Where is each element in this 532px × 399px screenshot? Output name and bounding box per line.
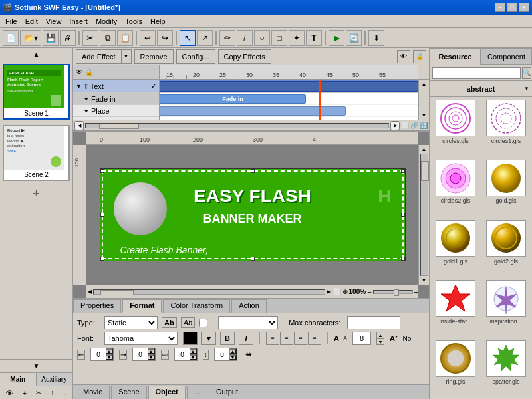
scene-1-item[interactable]: EASY FLASH Flash Flash Report Animated S… bbox=[3, 64, 70, 120]
transform-tool[interactable]: ✦ bbox=[289, 30, 305, 46]
tab-action[interactable]: Action bbox=[231, 299, 267, 313]
resource-spatter[interactable]: spatter.gls bbox=[483, 340, 529, 396]
menu-tools[interactable]: Tools bbox=[121, 16, 146, 27]
resource-gold2[interactable]: gold2.gls bbox=[483, 220, 529, 276]
scene-up-button[interactable]: ▼ bbox=[33, 362, 40, 370]
search-button[interactable]: 🔍 bbox=[522, 67, 531, 79]
auxiliary-tab[interactable]: Auxiliary bbox=[37, 373, 73, 386]
menu-modify[interactable]: Modify bbox=[92, 16, 121, 27]
zoom-slider-thumb[interactable] bbox=[394, 289, 399, 296]
eye-icon[interactable]: 👁 bbox=[397, 50, 410, 63]
tl-icon1[interactable]: ⬜ bbox=[401, 122, 409, 129]
tab-object[interactable]: Object bbox=[148, 386, 186, 399]
font-size-input[interactable] bbox=[352, 332, 371, 345]
indent-2-down[interactable]: ▼ bbox=[148, 354, 155, 360]
scene-toolbar-icon2[interactable]: + bbox=[23, 389, 27, 397]
hscroll-thumb[interactable] bbox=[100, 290, 134, 295]
resource-gold1[interactable]: gold1.gls bbox=[432, 220, 479, 276]
resource-circles2[interactable]: circles2.gls bbox=[432, 160, 479, 215]
menu-insert[interactable]: Insert bbox=[65, 16, 92, 27]
tl-scroll-right[interactable]: ▶ bbox=[390, 121, 400, 130]
tab-resource[interactable]: Resource bbox=[430, 48, 481, 65]
props-select2[interactable] bbox=[218, 316, 278, 329]
italic-btn[interactable]: I bbox=[239, 332, 253, 345]
bold-btn[interactable]: B bbox=[220, 332, 235, 345]
props-checkbox[interactable] bbox=[199, 319, 207, 327]
text-tool[interactable]: T bbox=[306, 30, 322, 46]
add-effect-dropdown[interactable]: ▼ bbox=[121, 49, 132, 64]
close-button[interactable]: × bbox=[519, 3, 529, 12]
tl-scroll-thumb[interactable] bbox=[99, 124, 139, 129]
handle-mr[interactable] bbox=[401, 213, 405, 217]
hscroll-left[interactable]: ◀ bbox=[88, 289, 92, 295]
canvas-content[interactable]: EASY FLASH BANNER MAKER Create Flash Ban… bbox=[86, 145, 418, 285]
font-size-down[interactable]: ▼ bbox=[376, 338, 384, 345]
menu-view[interactable]: View bbox=[42, 16, 66, 27]
resource-circles[interactable]: circles.gls bbox=[432, 100, 479, 156]
open-dropdown[interactable]: 📂▾ bbox=[20, 30, 41, 46]
resource-circles1[interactable]: circles1.gls bbox=[483, 100, 529, 156]
align-center[interactable]: ≡ bbox=[280, 332, 293, 345]
zoom-minus[interactable]: − bbox=[367, 288, 371, 296]
indent-2-up[interactable]: ▲ bbox=[148, 348, 155, 354]
tab-properties[interactable]: Properties bbox=[73, 299, 121, 313]
tab-component[interactable]: Component bbox=[481, 48, 532, 65]
font-size-up[interactable]: ▲ bbox=[376, 332, 384, 338]
timeline-check-icon[interactable]: ✓ bbox=[151, 82, 156, 90]
font-color-picker[interactable]: ▾ bbox=[201, 332, 216, 345]
scene-toolbar-icon1[interactable]: 👁 bbox=[6, 389, 13, 397]
timeline-scroll-down[interactable]: ▼ bbox=[422, 112, 427, 118]
menu-edit[interactable]: Edit bbox=[21, 16, 42, 27]
loop-button[interactable]: 🔄 bbox=[346, 30, 362, 46]
indent-4-up[interactable]: ▲ bbox=[229, 348, 237, 354]
scene-toolbar-icon3[interactable]: ✂ bbox=[36, 389, 41, 396]
zoom-plus[interactable]: + bbox=[414, 288, 418, 296]
remove-button[interactable]: Remove bbox=[134, 49, 174, 64]
copy-effects-button[interactable]: Copy Effects bbox=[218, 49, 271, 64]
search-input[interactable] bbox=[432, 67, 521, 79]
pencil-tool[interactable]: ✏ bbox=[219, 30, 235, 46]
export-button[interactable]: ⬇ bbox=[368, 30, 384, 46]
copy-button[interactable]: ⧉ bbox=[100, 30, 116, 46]
link-icon[interactable]: ⬌ bbox=[245, 350, 252, 359]
resource-ring[interactable]: ring.gls bbox=[432, 340, 479, 396]
timeline-lock-icon[interactable]: 🔒 bbox=[85, 68, 93, 76]
timeline-eye-icon[interactable]: 👁 bbox=[76, 68, 82, 76]
indent-3-up[interactable]: ▲ bbox=[190, 348, 197, 354]
config-button[interactable]: Config... bbox=[176, 49, 215, 64]
indent-icon2[interactable]: ⇥ bbox=[119, 350, 127, 360]
zoom-icon2[interactable]: ⊕ bbox=[342, 288, 348, 295]
indent-2-value[interactable] bbox=[133, 348, 148, 360]
tab-output[interactable]: Output bbox=[209, 386, 245, 399]
superscript-icon[interactable]: A² bbox=[390, 334, 398, 342]
save-button[interactable]: 💾 bbox=[43, 30, 59, 46]
tab-scene[interactable]: Scene bbox=[111, 386, 146, 399]
align-justify[interactable]: ≡ bbox=[308, 332, 321, 345]
handle-tc[interactable] bbox=[251, 169, 255, 173]
zoom-slider-track[interactable] bbox=[373, 290, 413, 294]
canvas-stage[interactable]: EASY FLASH BANNER MAKER Create Flash Ban… bbox=[100, 168, 406, 261]
vscroll-down[interactable]: ▼ bbox=[422, 277, 427, 283]
indent-1-up[interactable]: ▲ bbox=[106, 348, 113, 354]
menu-help[interactable]: Help bbox=[146, 16, 170, 27]
handle-ml[interactable] bbox=[100, 213, 104, 217]
tab-format[interactable]: Format bbox=[122, 299, 162, 313]
bold-ab-icon[interactable]: Ab bbox=[162, 317, 177, 328]
tl-scroll-left[interactable]: ◀ bbox=[74, 121, 84, 130]
indent-icon3[interactable]: ⇨ bbox=[161, 350, 169, 360]
expand-icon[interactable]: ▼ bbox=[76, 83, 82, 90]
italic-ab-icon[interactable]: Ab bbox=[181, 317, 195, 328]
maximize-button[interactable]: □ bbox=[507, 3, 517, 12]
tl-icon3[interactable]: 🔢 bbox=[420, 122, 428, 129]
vscroll-up[interactable]: ▲ bbox=[422, 146, 427, 152]
print-button[interactable]: 🖨 bbox=[60, 30, 76, 46]
select2-tool[interactable]: ↗ bbox=[197, 30, 213, 46]
add-effect-button[interactable]: Add Effect bbox=[76, 49, 121, 64]
scene-toolbar-icon4[interactable]: ↑ bbox=[51, 389, 54, 396]
menu-file[interactable]: File bbox=[1, 16, 21, 27]
lock-icon[interactable]: 🔒 bbox=[413, 50, 426, 63]
handle-br[interactable] bbox=[401, 257, 405, 261]
category-arrow[interactable]: ▼ bbox=[524, 86, 529, 92]
minimize-button[interactable]: − bbox=[495, 3, 505, 12]
hscroll-right[interactable]: ▶ bbox=[327, 289, 331, 295]
